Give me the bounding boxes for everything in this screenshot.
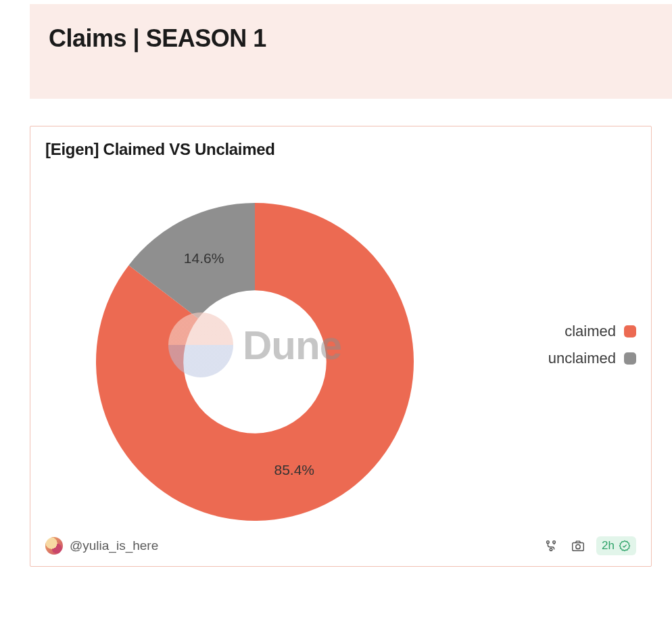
- legend-item-label: unclaimed: [548, 350, 616, 367]
- section-header: Claims | SEASON 1: [30, 4, 672, 99]
- author-avatar: [45, 537, 63, 555]
- slice-label-unclaimed: 14.6%: [184, 250, 224, 266]
- card-footer: @yulia_is_here 2h: [45, 536, 636, 555]
- author-handle: @yulia_is_here: [70, 538, 158, 553]
- donut-chart[interactable]: Dune 14.6%85.4%: [45, 166, 464, 524]
- legend-item-claimed[interactable]: claimed: [491, 323, 636, 340]
- verified-badge-icon: [619, 540, 631, 552]
- legend-item-unclaimed[interactable]: unclaimed: [491, 350, 636, 367]
- last-refreshed-badge[interactable]: 2h: [596, 536, 636, 555]
- svg-rect-0: [573, 542, 584, 551]
- chart-card: [Eigen] Claimed VS Unclaimed Dune 14.6%8…: [30, 126, 652, 567]
- fork-icon[interactable]: [542, 537, 560, 555]
- legend-swatch: [624, 352, 636, 365]
- author-link[interactable]: @yulia_is_here: [45, 537, 158, 555]
- donut-svg: [45, 166, 464, 524]
- chart-title: [Eigen] Claimed VS Unclaimed: [45, 140, 636, 159]
- section-title: Claims | SEASON 1: [49, 24, 653, 53]
- refresh-age: 2h: [602, 539, 615, 553]
- chart-row: Dune 14.6%85.4% claimedunclaimed: [45, 166, 636, 524]
- legend-swatch: [624, 325, 636, 337]
- svg-point-1: [576, 544, 580, 549]
- legend: claimedunclaimed: [491, 323, 636, 367]
- legend-item-label: claimed: [565, 323, 616, 340]
- camera-icon[interactable]: [569, 537, 587, 555]
- slice-label-claimed: 85.4%: [274, 462, 314, 478]
- footer-actions: 2h: [542, 536, 636, 555]
